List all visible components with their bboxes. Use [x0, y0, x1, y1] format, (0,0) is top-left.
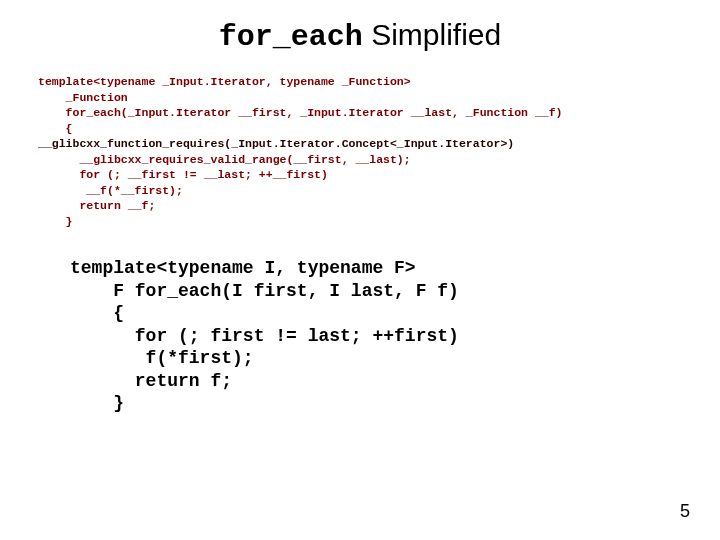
title-rest: Simplified [363, 18, 501, 51]
code2-line: F for_each(I first, I last, F f) [70, 281, 459, 301]
slide: for_each Simplified template<typename _I… [0, 0, 720, 540]
code1-line: _Function [38, 91, 128, 104]
code1-line: __glibcxx_function_requires(_Input.Itera… [38, 137, 514, 150]
code2-line: { [70, 303, 124, 323]
slide-title: for_each Simplified [0, 0, 720, 74]
code2-line: for (; first != last; ++first) [70, 326, 459, 346]
code1-line: { [38, 122, 73, 135]
code2-line: template<typename I, typename F> [70, 258, 416, 278]
code1-line: } [38, 215, 73, 228]
code1-line: return __f; [38, 199, 155, 212]
code1-line: template<typename _Input.Iterator, typen… [38, 75, 411, 88]
page-number: 5 [680, 501, 690, 522]
code-block-simplified: template<typename I, typename F> F for_e… [0, 229, 720, 415]
code1-line: __glibcxx_requires_valid_range(__first, … [38, 153, 411, 166]
code1-line: for_each(_Input.Iterator __first, _Input… [38, 106, 563, 119]
code1-line: __f(*__first); [38, 184, 183, 197]
code2-line: f(*first); [70, 348, 254, 368]
title-mono: for_each [219, 20, 363, 54]
code2-line: return f; [70, 371, 232, 391]
code2-line: } [70, 393, 124, 413]
code1-line: for (; __first != __last; ++__first) [38, 168, 328, 181]
code-block-original: template<typename _Input.Iterator, typen… [0, 74, 720, 229]
